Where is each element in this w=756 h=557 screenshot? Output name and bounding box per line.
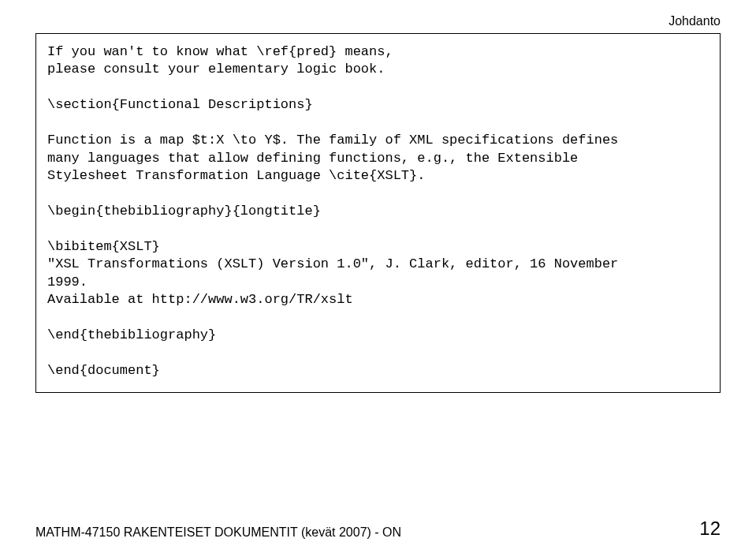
footer-page-number: 12	[699, 518, 721, 540]
section-header: Johdanto	[35, 14, 721, 28]
page-footer: MATHM-47150 RAKENTEISET DOKUMENTIT (kevä…	[35, 518, 721, 540]
code-listing: If you wan't to know what \ref{pred} mea…	[35, 33, 721, 393]
page-container: Johdanto If you wan't to know what \ref{…	[0, 0, 756, 557]
footer-course-info: MATHM-47150 RAKENTEISET DOKUMENTIT (kevä…	[35, 525, 401, 540]
